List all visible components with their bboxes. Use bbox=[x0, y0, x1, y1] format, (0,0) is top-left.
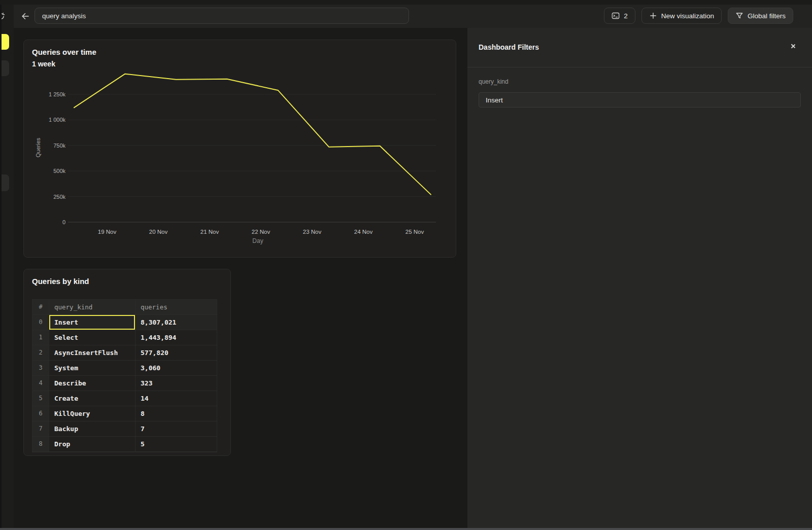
filter-field-label: query_kind bbox=[479, 78, 509, 85]
console-count-button[interactable]: 2 bbox=[604, 8, 635, 24]
dashboard-canvas: Queries over time 1 week 0250k500k750k1 … bbox=[14, 28, 467, 528]
cell-queries[interactable]: 8,307,021 bbox=[136, 315, 217, 330]
cell-queries[interactable]: 3,060 bbox=[136, 361, 217, 376]
sidebar-item-active[interactable] bbox=[0, 34, 9, 50]
dashboard-title-text: query analysis bbox=[35, 12, 86, 20]
row-index: 4 bbox=[32, 376, 49, 391]
dashboard-filters-panel: Dashboard Filters query_kind Insert bbox=[467, 28, 812, 528]
cell-query-kind[interactable]: KillQuery bbox=[49, 406, 136, 421]
cell-queries[interactable]: 323 bbox=[136, 376, 217, 391]
new-visualization-button[interactable]: New visualization bbox=[641, 8, 722, 24]
dashboard-title-input[interactable]: query analysis bbox=[35, 8, 409, 24]
cell-query-kind[interactable]: AsyncInsertFlush bbox=[49, 345, 136, 361]
close-icon[interactable] bbox=[790, 43, 797, 50]
filters-panel-title: Dashboard Filters bbox=[479, 43, 539, 51]
column-header-queries[interactable]: queries bbox=[136, 300, 217, 315]
y-tick-label: 750k bbox=[53, 143, 65, 149]
table-title: Queries by kind bbox=[32, 277, 89, 286]
queries-series-line bbox=[74, 74, 431, 195]
chart-card-queries-over-time: Queries over time 1 week 0250k500k750k1 … bbox=[23, 40, 456, 258]
cell-queries[interactable]: 577,820 bbox=[136, 345, 217, 361]
terminal-window-icon bbox=[612, 12, 620, 20]
y-tick-label: 1 000k bbox=[49, 117, 66, 123]
cell-queries[interactable]: 8 bbox=[136, 406, 217, 421]
global-filters-button[interactable]: Global filters bbox=[728, 8, 793, 24]
cell-query-kind[interactable]: System bbox=[49, 361, 136, 376]
cell-query-kind[interactable]: Select bbox=[49, 330, 136, 345]
refresh-icon[interactable] bbox=[0, 12, 6, 21]
row-index: 5 bbox=[32, 391, 49, 406]
row-index: 0 bbox=[32, 315, 49, 330]
y-tick-label: 1 250k bbox=[49, 91, 66, 97]
plus-icon bbox=[649, 12, 657, 20]
y-axis-title: Queries bbox=[35, 137, 41, 157]
x-tick-label: 22 Nov bbox=[252, 229, 270, 235]
sidebar bbox=[0, 5, 14, 528]
cell-queries[interactable]: 14 bbox=[136, 391, 217, 406]
row-index: 8 bbox=[32, 437, 49, 452]
row-index: 6 bbox=[32, 406, 49, 421]
row-index: 3 bbox=[32, 361, 49, 376]
global-filters-label: Global filters bbox=[748, 12, 786, 20]
window-bottom-edge bbox=[0, 528, 812, 530]
y-tick-label: 0 bbox=[62, 219, 65, 225]
queries-by-kind-table: #query_kindqueries0Insert8,307,0211Selec… bbox=[32, 299, 217, 452]
topbar: query analysis 2 New visualization bbox=[14, 5, 812, 28]
app-window: query analysis 2 New visualization bbox=[0, 0, 812, 530]
x-tick-label: 23 Nov bbox=[303, 229, 322, 235]
sidebar-item[interactable] bbox=[0, 60, 9, 76]
panel-divider bbox=[467, 67, 812, 67]
table-card-queries-by-kind: Queries by kind #query_kindqueries0Inser… bbox=[23, 269, 231, 456]
row-index: 7 bbox=[32, 421, 49, 437]
x-tick-label: 25 Nov bbox=[405, 229, 424, 235]
query-kind-filter-input[interactable]: Insert bbox=[479, 92, 801, 108]
window-top-edge bbox=[0, 0, 812, 5]
cell-queries[interactable]: 7 bbox=[136, 421, 217, 437]
cell-query-kind[interactable]: Describe bbox=[49, 376, 136, 391]
cell-queries[interactable]: 5 bbox=[136, 437, 217, 452]
y-tick-label: 250k bbox=[53, 194, 65, 200]
row-index: 2 bbox=[32, 345, 49, 361]
new-visualization-label: New visualization bbox=[661, 12, 714, 20]
back-button[interactable] bbox=[20, 11, 30, 21]
cell-query-kind[interactable]: Drop bbox=[49, 437, 136, 452]
x-tick-label: 24 Nov bbox=[354, 229, 373, 235]
x-tick-label: 19 Nov bbox=[98, 229, 117, 235]
filter-funnel-icon bbox=[735, 12, 743, 20]
x-tick-label: 20 Nov bbox=[149, 229, 168, 235]
sidebar-item[interactable] bbox=[0, 174, 9, 191]
cell-query-kind[interactable]: Create bbox=[49, 391, 136, 406]
y-tick-label: 500k bbox=[53, 168, 65, 174]
query-kind-filter-value: Insert bbox=[479, 96, 503, 104]
queries-over-time-line-chart[interactable]: 0250k500k750k1 000k1 250kQueries19 Nov20… bbox=[24, 40, 457, 258]
cell-queries[interactable]: 1,443,894 bbox=[136, 330, 217, 345]
x-axis-title: Day bbox=[252, 237, 263, 244]
row-index: 1 bbox=[32, 330, 49, 345]
cell-query-kind[interactable]: Backup bbox=[49, 421, 136, 437]
topbar-actions: 2 New visualization Global filters bbox=[604, 8, 793, 24]
x-tick-label: 21 Nov bbox=[200, 229, 219, 235]
cell-query-kind[interactable]: Insert bbox=[49, 315, 136, 330]
column-header-index[interactable]: # bbox=[32, 300, 49, 315]
column-header-query_kind[interactable]: query_kind bbox=[49, 300, 136, 315]
console-count: 2 bbox=[624, 12, 628, 20]
